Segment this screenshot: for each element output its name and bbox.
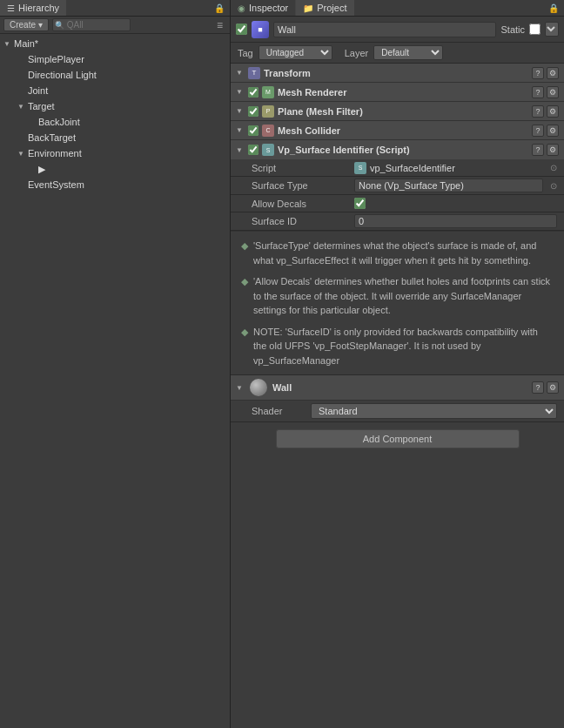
hierarchy-icon: ☰ <box>7 3 15 13</box>
transform-title: Transform <box>264 68 528 78</box>
info-bullet-3: ◆ NOTE: 'SurfaceID' is only provided for… <box>241 325 554 368</box>
tree-item-event-system[interactable]: EventSystem <box>0 177 230 192</box>
shader-label: Shader <box>252 406 304 416</box>
material-sphere <box>250 379 267 396</box>
hierarchy-panel-menu[interactable]: ≡ <box>213 19 226 31</box>
inspector-lock-icon: 🔒 <box>543 3 564 13</box>
tree-label-simple-player: SimplePlayer <box>28 54 84 64</box>
prop-value-script: vp_SurfaceIdentifier <box>370 163 455 173</box>
tree-label-environment: Environment <box>28 148 82 158</box>
info-icon-2: ◆ <box>241 274 248 318</box>
tree-item-directional-light[interactable]: Directional Light <box>0 67 230 83</box>
plane-docs-btn[interactable]: ? <box>532 105 544 118</box>
mesh-collider-settings: ? ⚙ <box>532 125 559 137</box>
mesh-renderer-settings: ? ⚙ <box>532 86 559 98</box>
plane-title: Plane (Mesh Filter) <box>278 106 528 117</box>
tree-arrow-target[interactable]: ▼ <box>17 103 28 111</box>
allow-decals-checkbox[interactable] <box>354 198 366 209</box>
material-name: Wall <box>272 382 527 393</box>
mesh-renderer-menu-btn[interactable]: ⚙ <box>547 86 559 98</box>
inspector-panel: ■ Static ▾ Tag Untagged Layer <box>231 17 564 728</box>
script-docs-btn[interactable]: ? <box>532 144 544 156</box>
script-prop-surface-id: Surface ID 0 <box>231 212 564 231</box>
project-tab-label: Project <box>317 3 346 13</box>
add-component-button[interactable]: Add Component <box>276 429 520 448</box>
info-icon-3: ◆ <box>241 325 248 368</box>
mesh-renderer-component: ▼ M Mesh Renderer ? ⚙ <box>231 83 564 102</box>
shader-dropdown[interactable]: Standard <box>311 403 557 419</box>
mesh-collider-title: Mesh Collider <box>278 125 528 136</box>
script-prop-extra[interactable]: ⊙ <box>550 163 557 172</box>
mesh-collider-menu-btn[interactable]: ⚙ <box>547 125 559 137</box>
tree-item-main[interactable]: ▼ Main* <box>0 36 230 51</box>
static-checkbox[interactable] <box>529 24 540 35</box>
plane-checkbox[interactable] <box>248 106 258 117</box>
object-name-input[interactable] <box>273 22 496 37</box>
mesh-renderer-docs-btn[interactable]: ? <box>532 86 544 98</box>
search-icon: 🔍 <box>55 21 64 30</box>
hierarchy-tab-label: Hierarchy <box>18 3 59 13</box>
project-icon: 📁 <box>303 3 313 13</box>
mesh-renderer-arrow[interactable]: ▼ <box>236 88 245 96</box>
script-checkbox[interactable] <box>248 145 258 155</box>
tree-label-back-target: BackTarget <box>28 132 76 143</box>
material-menu-btn[interactable]: ⚙ <box>547 381 559 394</box>
tree-item-back-target[interactable]: BackTarget <box>0 130 230 145</box>
inspector-tab-label: Inspector <box>249 3 288 13</box>
inspector-scroll[interactable]: ■ Static ▾ Tag Untagged Layer <box>231 17 564 728</box>
mesh-renderer-checkbox[interactable] <box>248 87 258 98</box>
script-arrow[interactable]: ▼ <box>236 146 245 154</box>
tree-label-target: Target <box>28 101 55 111</box>
mesh-collider-component: ▼ C Mesh Collider ? ⚙ <box>231 121 564 140</box>
static-dropdown[interactable]: ▾ <box>545 22 559 37</box>
plane-icon: P <box>262 105 274 118</box>
create-button[interactable]: Create ▾ <box>3 18 49 31</box>
object-icon: ■ <box>252 21 269 38</box>
tag-label: Tag <box>238 48 253 58</box>
material-arrow[interactable]: ▼ <box>236 384 245 392</box>
shader-row: Shader Standard <box>231 401 564 421</box>
tree-item-target[interactable]: ▼ Target <box>0 98 230 114</box>
hierarchy-tab[interactable]: ☰ Hierarchy <box>0 0 66 16</box>
tree-item-cursor[interactable]: ▶ <box>0 161 230 177</box>
mesh-collider-icon: C <box>262 125 274 137</box>
script-menu-btn[interactable]: ⚙ <box>547 144 559 156</box>
plane-mesh-filter-component: ▼ P Plane (Mesh Filter) ? ⚙ <box>231 102 564 121</box>
tree-arrow-environment[interactable]: ▼ <box>17 150 28 158</box>
info-icon-1: ◆ <box>241 239 248 267</box>
material-settings: ? ⚙ <box>532 381 559 394</box>
plane-menu-btn[interactable]: ⚙ <box>547 105 559 118</box>
tree-item-environment[interactable]: ▼ Environment <box>0 145 230 161</box>
script-component: ▼ S Vp_Surface Identifier (Script) ? ⚙ <box>231 140 564 232</box>
transform-docs-btn[interactable]: ? <box>532 67 544 79</box>
tag-dropdown[interactable]: Untagged <box>258 45 332 60</box>
tree-item-joint[interactable]: Joint <box>0 83 230 98</box>
mesh-collider-docs-btn[interactable]: ? <box>532 125 544 137</box>
tree-item-simple-player[interactable]: SimplePlayer <box>0 51 230 67</box>
script-title: Vp_Surface Identifier (Script) <box>278 145 528 155</box>
object-enabled-checkbox[interactable] <box>236 24 247 35</box>
surface-type-extra[interactable]: ⊙ <box>550 181 557 191</box>
layer-dropdown[interactable]: Default <box>373 45 443 60</box>
plane-settings: ? ⚙ <box>532 105 559 118</box>
hierarchy-panel: Create ▾ 🔍 ≡ ▼ Main* Sim <box>0 17 231 728</box>
info-bullet-1: ◆ 'SurfaceType' determines what the obje… <box>241 239 554 267</box>
mesh-renderer-title: Mesh Renderer <box>278 87 528 98</box>
project-tab[interactable]: 📁 Project <box>296 0 353 16</box>
tree-arrow-main[interactable]: ▼ <box>3 40 14 48</box>
prop-value-surface-id: 0 <box>354 214 557 228</box>
tree-label-cursor: ▶ <box>38 164 45 175</box>
inspector-tab[interactable]: ◉ Inspector <box>231 0 296 16</box>
plane-arrow[interactable]: ▼ <box>236 107 245 115</box>
transform-menu-btn[interactable]: ⚙ <box>547 67 559 79</box>
mesh-collider-checkbox[interactable] <box>248 125 258 136</box>
material-docs-btn[interactable]: ? <box>532 381 544 394</box>
prop-label-surface-type: Surface Type <box>252 180 347 191</box>
transform-arrow[interactable]: ▼ <box>236 69 245 77</box>
tree-label-event-system: EventSystem <box>28 179 84 190</box>
transform-icon: T <box>248 67 260 79</box>
mesh-collider-arrow[interactable]: ▼ <box>236 126 245 134</box>
tree-item-back-joint[interactable]: BackJoint <box>0 114 230 130</box>
script-prop-allow-decals: Allow Decals <box>231 195 564 212</box>
script-settings: ? ⚙ <box>532 144 559 156</box>
